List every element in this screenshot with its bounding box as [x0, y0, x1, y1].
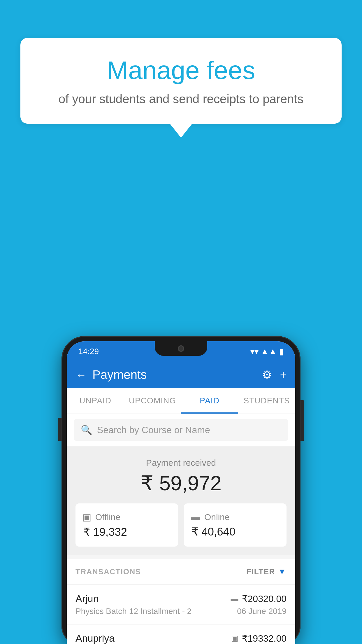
offline-amount: ₹ 19,332	[82, 526, 127, 538]
transaction-row-partial[interactable]: Anupriya ▣ ₹19332.00	[67, 624, 295, 644]
filter-button[interactable]: FILTER ▼	[247, 567, 287, 576]
transaction-date: 06 June 2019	[237, 607, 287, 616]
phone-outer: 14:29 ▾▾ ▲▲ ▮ ← Payments ⚙ +	[61, 336, 301, 644]
add-icon[interactable]: +	[280, 369, 287, 381]
search-bar[interactable]: 🔍 Search by Course or Name	[74, 419, 288, 441]
camera	[178, 345, 184, 352]
offline-payment-icon: ▣	[231, 634, 238, 643]
transaction-name: Arjun	[75, 593, 99, 604]
offline-card-header: ▣ Offline	[82, 512, 120, 523]
header-left: ← Payments	[75, 368, 147, 382]
search-placeholder: Search by Course or Name	[97, 425, 210, 435]
search-container: 🔍 Search by Course or Name	[67, 414, 295, 446]
offline-card: ▣ Offline ₹ 19,332	[75, 503, 178, 547]
back-button[interactable]: ←	[75, 369, 87, 381]
online-label: Online	[204, 512, 230, 522]
speech-bubble-section: Manage fees of your students and send re…	[20, 38, 342, 138]
status-time: 14:29	[78, 347, 99, 356]
phone-screen: 14:29 ▾▾ ▲▲ ▮ ← Payments ⚙ +	[67, 341, 295, 644]
header-right: ⚙ +	[262, 368, 287, 381]
transaction-name-2: Anupriya	[75, 633, 115, 644]
status-icons: ▾▾ ▲▲ ▮	[250, 347, 284, 356]
online-amount: ₹ 40,640	[191, 525, 236, 538]
payment-total: ₹ 59,972	[75, 471, 287, 495]
settings-icon[interactable]: ⚙	[262, 368, 272, 381]
offline-icon: ▣	[82, 512, 91, 523]
header-title: Payments	[92, 368, 147, 382]
transaction-row-partial-top: Anupriya ▣ ₹19332.00	[75, 633, 287, 644]
wifi-icon: ▾▾	[250, 347, 259, 356]
transaction-amount-wrapper-2: ▣ ₹19332.00	[231, 633, 287, 644]
payment-summary: Payment received ₹ 59,972 ▣ Offline ₹ 19…	[67, 446, 295, 555]
tab-unpaid[interactable]: UNPAID	[67, 388, 124, 414]
tabs-bar: UNPAID UPCOMING PAID STUDENTS	[67, 388, 295, 414]
speech-bubble-subtitle: of your students and send receipts to pa…	[44, 92, 318, 106]
filter-label: FILTER	[247, 567, 275, 576]
battery-icon: ▮	[279, 347, 284, 356]
card-payment-icon: ▬	[231, 594, 238, 603]
status-bar: 14:29 ▾▾ ▲▲ ▮	[67, 341, 295, 362]
notch	[155, 341, 207, 356]
transaction-amount-2: ₹19332.00	[242, 633, 287, 644]
transactions-label: TRANSACTIONS	[75, 567, 141, 576]
transaction-row-bottom: Physics Batch 12 Installment - 2 06 June…	[75, 607, 287, 616]
tab-upcoming[interactable]: UPCOMING	[124, 388, 181, 414]
transaction-course: Physics Batch 12 Installment - 2	[75, 607, 191, 616]
speech-bubble-title: Manage fees	[44, 55, 318, 85]
transaction-row[interactable]: Arjun ▬ ₹20320.00 Physics Batch 12 Insta…	[67, 585, 295, 624]
transaction-row-top: Arjun ▬ ₹20320.00	[75, 593, 287, 604]
tab-students[interactable]: STUDENTS	[238, 388, 295, 414]
online-card-header: ▬ Online	[191, 512, 230, 522]
online-card: ▬ Online ₹ 40,640	[184, 503, 287, 547]
search-icon: 🔍	[81, 424, 92, 435]
payment-received-label: Payment received	[75, 458, 287, 468]
phone-device: 14:29 ▾▾ ▲▲ ▮ ← Payments ⚙ +	[61, 336, 301, 644]
filter-icon: ▼	[278, 567, 287, 576]
signal-icon: ▲▲	[261, 347, 277, 356]
transaction-amount: ₹20320.00	[242, 593, 287, 604]
tab-paid[interactable]: PAID	[181, 388, 238, 414]
speech-bubble-arrow	[169, 123, 193, 138]
payment-cards: ▣ Offline ₹ 19,332 ▬ Online ₹ 40,640	[75, 503, 287, 547]
speech-bubble-card: Manage fees of your students and send re…	[20, 38, 342, 124]
app-header: ← Payments ⚙ +	[67, 362, 295, 388]
offline-label: Offline	[95, 512, 120, 522]
transactions-header: TRANSACTIONS FILTER ▼	[67, 559, 295, 585]
transaction-amount-wrapper: ▬ ₹20320.00	[231, 593, 287, 604]
online-icon: ▬	[191, 512, 200, 522]
